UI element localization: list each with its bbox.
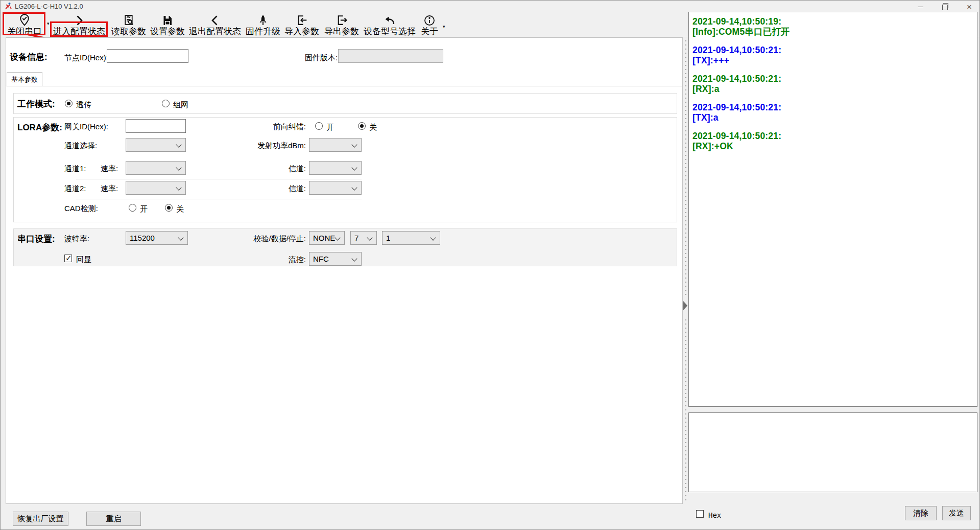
tab-basic-params[interactable]: 基本参数	[7, 72, 42, 86]
toolbar-button-close-serial[interactable]: 关闭串口	[4, 13, 45, 36]
chevron-down-icon	[351, 185, 357, 190]
radio-cad-off-label: 关	[176, 204, 184, 214]
toolbar-label: 设置参数	[150, 27, 185, 36]
send-button[interactable]: 发送	[942, 506, 971, 520]
splitter-dots	[685, 40, 686, 296]
toolbar-label: 读取参数	[111, 27, 146, 36]
toolbar-button-set-params[interactable]: 设置参数	[150, 13, 185, 36]
data-bits-combo[interactable]: 7	[350, 231, 377, 245]
serial-port-pin-icon	[18, 13, 31, 27]
rate1-combo[interactable]	[126, 161, 186, 175]
device-info-section-label: 设备信息:	[10, 51, 47, 63]
channel1-freq-combo[interactable]	[309, 161, 362, 175]
radio-fec-on-label: 开	[326, 123, 334, 132]
node-id-input[interactable]	[107, 49, 188, 63]
echo-label: 回显	[76, 255, 91, 265]
echo-checkbox[interactable]	[64, 255, 72, 262]
close-button[interactable]: ×	[958, 1, 980, 13]
toolbar-label: 固件升级	[246, 27, 280, 36]
baud-label: 波特率:	[64, 234, 89, 244]
cad-label: CAD检测:	[64, 204, 98, 214]
channel-select-combo[interactable]	[126, 138, 186, 152]
channel1-label: 通道1:	[64, 164, 86, 174]
undo-arrow-icon	[384, 13, 396, 27]
toolbar-button-firmware-upgrade[interactable]: 固件升级	[245, 13, 281, 36]
flow-control-combo[interactable]: NFC	[309, 252, 362, 266]
radio-mode-network[interactable]	[162, 100, 170, 107]
info-icon	[423, 13, 436, 27]
export-icon	[336, 13, 348, 27]
chevron-down-icon	[430, 235, 436, 240]
dropdown-caret-icon[interactable]: ▾	[47, 21, 50, 26]
panel-splitter[interactable]	[683, 37, 688, 504]
radio-mode-transparent[interactable]	[65, 100, 73, 107]
toolbar-button-export-params[interactable]: 导出参数	[324, 13, 360, 36]
radio-fec-off[interactable]	[358, 122, 366, 130]
minimize-button[interactable]	[909, 1, 932, 13]
channel1-freq-label: 信道:	[194, 164, 306, 174]
dropdown-caret-icon[interactable]: ▾	[443, 24, 445, 29]
rate2-label: 速率:	[101, 184, 118, 194]
gateway-id-label: 网关ID(Hex):	[64, 122, 108, 132]
parity-combo[interactable]: NONE	[309, 231, 345, 245]
app-window: LG206-L-C-H10 V1.2.0 × 关闭串口 ▾ 进入配置状态	[0, 0, 980, 530]
restore-icon	[942, 5, 948, 10]
channel2-freq-combo[interactable]	[309, 181, 362, 195]
radio-fec-off-label: 关	[369, 123, 377, 132]
firmware-version-input	[338, 49, 443, 63]
chevron-down-icon	[367, 235, 372, 240]
toolbar-button-exit-config[interactable]: 退出配置状态	[188, 13, 242, 36]
radio-fec-on[interactable]	[315, 122, 323, 130]
chevron-down-icon	[351, 165, 357, 170]
channel2-label: 通道2:	[64, 184, 86, 194]
hex-label: Hex	[708, 511, 721, 519]
stop-bits-combo[interactable]: 1	[382, 231, 440, 245]
serial-log[interactable]: 2021-09-14,10:50:19:[Info]:COM5串口已打开2021…	[688, 12, 977, 407]
chevron-down-icon	[351, 256, 357, 261]
radio-cad-on[interactable]	[129, 204, 136, 212]
firmware-version-label: 固件版本:	[305, 53, 338, 63]
log-entry: 2021-09-14,10:50:19:[Info]:COM5串口已打开	[692, 16, 973, 37]
splitter-dots	[685, 319, 686, 501]
radio-cad-off[interactable]	[165, 204, 173, 212]
log-entry: 2021-09-14,10:50:21:[RX]:a	[692, 74, 973, 94]
factory-reset-button[interactable]: 恢复出厂设置	[13, 512, 68, 526]
tx-power-label: 发射功率dBm:	[194, 141, 306, 151]
chevron-down-icon	[334, 235, 340, 240]
tab-label: 基本参数	[11, 75, 38, 84]
gateway-id-input[interactable]	[126, 119, 186, 133]
rocket-icon	[257, 13, 269, 27]
toolbar-label: 关于	[421, 27, 438, 36]
chevron-right-icon	[73, 13, 85, 27]
restore-button[interactable]	[933, 1, 957, 13]
splitter-collapse-icon[interactable]	[683, 301, 687, 310]
toolbar-button-enter-config[interactable]: 进入配置状态	[52, 13, 107, 36]
lora-section-label: LORA参数:	[17, 122, 62, 133]
chevron-left-icon	[209, 13, 221, 27]
save-params-icon	[161, 13, 174, 27]
toolbar-button-about[interactable]: 关于	[420, 13, 439, 36]
toolbar-label: 设备型号选择	[364, 27, 416, 36]
serial-section-label: 串口设置:	[17, 233, 55, 245]
toolbar-button-import-params[interactable]: 导入参数	[284, 13, 320, 36]
channel2-freq-label: 信道:	[194, 184, 306, 194]
log-entry: 2021-09-14,10:50:21:[TX]:a	[692, 102, 973, 123]
work-mode-groupbox	[13, 93, 677, 114]
restart-button[interactable]: 重启	[86, 512, 141, 526]
title-bar: LG206-L-C-H10 V1.2.0 ×	[1, 1, 979, 12]
close-icon: ×	[967, 3, 972, 11]
hex-checkbox[interactable]	[696, 510, 704, 518]
tx-power-combo[interactable]	[309, 138, 362, 152]
radio-mode-transparent-label: 透传	[76, 100, 91, 110]
tab-strip-line	[6, 86, 683, 86]
toolbar-button-device-model-select[interactable]: 设备型号选择	[363, 13, 416, 36]
toolbar-label: 导入参数	[284, 27, 319, 36]
rate2-combo[interactable]	[126, 181, 186, 195]
chevron-down-icon	[176, 142, 181, 147]
clear-button[interactable]: 清除	[905, 506, 937, 520]
radio-mode-network-label: 组网	[173, 100, 188, 110]
chevron-down-icon	[351, 142, 357, 147]
send-message-textarea[interactable]	[688, 412, 977, 492]
baud-combo[interactable]: 115200	[126, 231, 188, 245]
toolbar-button-read-params[interactable]: 读取参数	[111, 13, 147, 36]
